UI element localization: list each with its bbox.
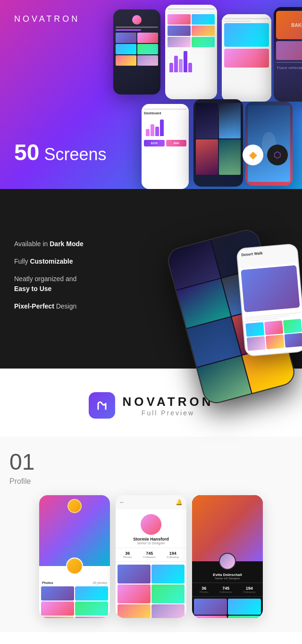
pp-right-photo-1 — [194, 599, 227, 615]
pp-mid-photo-2 — [151, 565, 185, 584]
pp-left-avatar — [66, 558, 83, 575]
feature-organized-text: Neatly organized and — [14, 274, 109, 284]
pp-mid-photo-5 — [117, 604, 151, 618]
pp-photo-6 — [75, 617, 108, 618]
pp-stats: 36 Photos 745 Followers 194 Following — [116, 548, 186, 562]
feature-pixel-perfect: Pixel-Perfect Design — [14, 301, 109, 311]
light-phone-mockup: Desert Walk — [236, 243, 302, 357]
hero-section: NOVATRON — [0, 0, 302, 189]
feature-customizable: Fully Customizable — [14, 257, 109, 266]
phone-mockup-4: BAKER Fusce vehicula — [274, 7, 302, 102]
sketch-badge: ◆ — [243, 145, 263, 165]
pp-left-username: Stormie Hansford — [39, 575, 110, 579]
dark-phone-container: Desert Walk — [184, 236, 302, 397]
profile-phone-mid: ← 🔔 Stormie Hansford Senior UI Designer … — [116, 495, 186, 618]
profile-title: Profile — [9, 477, 34, 486]
hero-screens-label: 50 Screens — [14, 139, 106, 165]
phone-mockup-3 — [222, 14, 271, 102]
profile-phones: Stormie Hansford Photos 26 photos ← 🔔 — [9, 495, 293, 618]
pp-mid-photo-4 — [151, 584, 185, 603]
pp-left-bg: Stormie Hansford — [39, 495, 110, 566]
figma-badge: ⬡ — [267, 145, 288, 165]
pp-right-photo-grid — [192, 599, 263, 618]
bell-icon: 🔔 — [176, 499, 183, 506]
screens-number: 50 — [14, 140, 39, 165]
pp-photo-1 — [41, 586, 74, 601]
pp-mid-header: ← 🔔 — [116, 495, 186, 509]
back-arrow-icon: ← — [119, 499, 125, 506]
pp-right-stat-followers: 745 Followers — [220, 586, 232, 593]
pp-right-bg — [192, 495, 263, 561]
pp-mid-username: Stormie Hansford — [116, 537, 186, 541]
novatron-brand-name: NOVATRON Full Preview — [123, 395, 214, 417]
pp-photo-5 — [41, 617, 74, 618]
pp-right-stat-following: 194 Following — [243, 586, 255, 593]
pp-mid-photo-grid — [116, 565, 186, 618]
followers-stat-label: Followers — [143, 556, 156, 558]
profile-phone-right: Evita Doleschall Senior UX Designer 36 P… — [192, 495, 263, 618]
feature-customizable-text: Fully Customizable — [14, 257, 109, 266]
pp-mid-photo-3 — [117, 584, 151, 603]
pp-photo-2 — [75, 586, 108, 601]
feature-easy-text: Easy to Use — [14, 284, 109, 294]
pp-right-avatar — [219, 553, 236, 570]
pp-right-stats: 36 Photos 745 Followers 194 Following — [192, 583, 263, 597]
pp-stat-photos: 36 Photos — [123, 551, 132, 558]
features-section: Available in Dark Mode Fully Customizabl… — [0, 189, 302, 369]
pp-mid-avatar — [141, 514, 161, 535]
pp-photo-4 — [75, 601, 108, 616]
lp-main-photo — [241, 265, 300, 312]
feature-dark-mode-text: Available in Dark Mode — [14, 239, 109, 249]
pp-mid-photo-1 — [117, 565, 151, 584]
phone-mockup-6 — [193, 99, 243, 187]
profile-label: 01 Profile — [9, 451, 293, 486]
pp-right-user-role: Senior UX Designer — [192, 577, 263, 580]
pp-mid-photo-6 — [151, 604, 185, 618]
sketch-icon: ◆ — [249, 149, 257, 161]
phone-mockup-2 — [165, 5, 217, 99]
novatron-logo-svg — [94, 398, 109, 413]
phone-mockup-5: Dashboard $1270 -$920 — [142, 104, 189, 189]
phone-mockup-1 — [113, 9, 160, 94]
tool-badges: ◆ ⬡ — [243, 145, 288, 165]
pp-right-stat-photos: 36 Photos — [200, 586, 209, 593]
photos-stat-label: Photos — [123, 556, 132, 558]
hero-logo: NOVATRON — [14, 14, 80, 24]
feature-pixel-perfect-text: Pixel-Perfect Design — [14, 301, 109, 311]
phone-mockup-7 — [245, 102, 293, 186]
screens-text: Screens — [44, 145, 106, 164]
pp-right-photo-3 — [194, 616, 227, 618]
feature-organized: Neatly organized and Easy to Use — [14, 274, 109, 294]
following-stat-label: Following — [167, 556, 179, 558]
pp-photo-3 — [41, 601, 74, 616]
novatron-icon — [89, 392, 115, 419]
pp-stat-followers: 745 Followers — [143, 551, 156, 558]
pp-right-photo-2 — [228, 599, 261, 615]
features-text: Available in Dark Mode Fully Customizabl… — [0, 220, 123, 338]
profile-phone-left: Stormie Hansford Photos 26 photos — [39, 495, 110, 618]
brand-subtitle: Full Preview — [123, 409, 214, 417]
profile-number: 01 — [9, 451, 34, 473]
feature-dark-mode: Available in Dark Mode — [14, 239, 109, 249]
pp-right-photo-4 — [228, 616, 261, 618]
figma-icon: ⬡ — [274, 150, 281, 160]
pp-stat-following: 194 Following — [167, 551, 179, 558]
pp-photo-grid — [39, 586, 110, 618]
pp-mid-user-role: Senior UI Designer — [116, 541, 186, 545]
profile-section: 01 Profile Stormie Hansford Photos 26 ph… — [0, 437, 302, 632]
